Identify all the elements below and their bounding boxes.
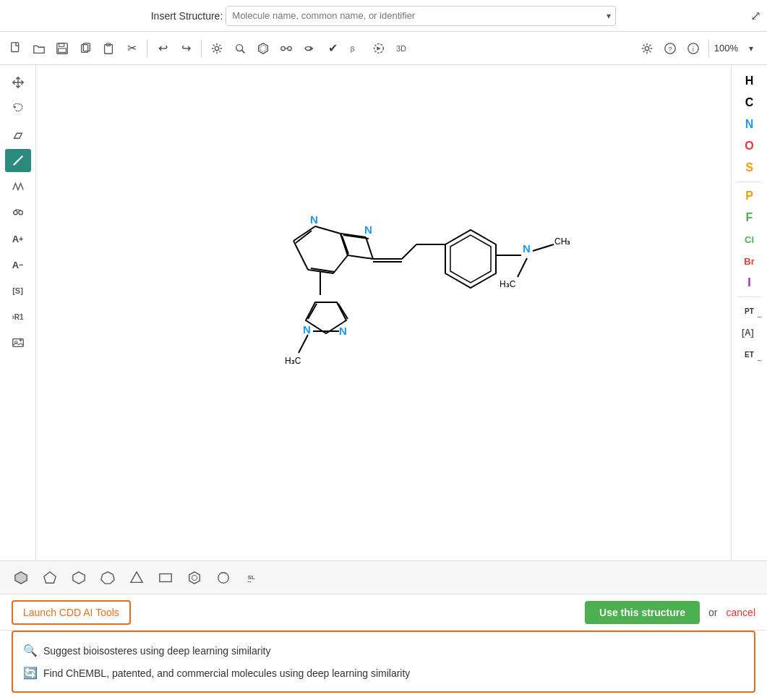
custom-templates-btn[interactable]: SL▪▪▪ xyxy=(240,566,269,589)
undo-btn[interactable]: ↩ xyxy=(153,38,173,59)
check-btn[interactable]: ✔ xyxy=(322,38,343,59)
paste-btn[interactable] xyxy=(98,38,119,59)
shape-rectangle-btn[interactable] xyxy=(153,566,178,589)
svg-line-36 xyxy=(315,226,340,234)
settings-chem-btn[interactable] xyxy=(207,38,227,59)
new-btn[interactable] xyxy=(6,38,26,59)
text-increase-btn[interactable]: A+ xyxy=(5,227,31,250)
ai-chembl-item[interactable]: 🔄 Find ChEMBL, patented, and commercial … xyxy=(23,662,744,684)
svg-text:H₃C: H₃C xyxy=(285,356,301,366)
insert-dropdown-btn[interactable]: ▾ xyxy=(602,11,615,21)
use-structure-btn[interactable]: Use this structure xyxy=(585,601,700,624)
redo-btn[interactable]: ↪ xyxy=(176,38,196,59)
atom-map-btn[interactable] xyxy=(276,38,296,59)
zoom-level: 100% xyxy=(714,43,738,54)
element-H-btn[interactable]: H xyxy=(734,71,765,91)
svg-line-30 xyxy=(16,210,21,211)
chembl-icon: 🔄 xyxy=(23,666,38,680)
element-C-btn[interactable]: C xyxy=(734,93,765,113)
shape-cyclohexane-filled-btn[interactable] xyxy=(9,566,33,589)
element-S-btn[interactable]: S xyxy=(734,158,765,178)
svg-line-70 xyxy=(299,335,308,353)
svg-line-47 xyxy=(348,255,373,259)
animate-btn[interactable] xyxy=(369,38,389,59)
svg-text:[A]: [A] xyxy=(742,328,754,338)
shape-circle-btn[interactable] xyxy=(211,566,236,589)
svg-text:N: N xyxy=(364,223,372,236)
svg-text:3D: 3D xyxy=(396,44,406,53)
ai-tools-panel: 🔍 Suggest bioisosteres using deep learni… xyxy=(12,631,755,693)
sep2 xyxy=(201,40,202,57)
info-btn[interactable]: i xyxy=(683,38,703,59)
svg-text:▪▪▪: ▪▪▪ xyxy=(248,579,252,583)
ai-bioisostere-item[interactable]: 🔍 Suggest bioisosteres using deep learni… xyxy=(23,639,744,662)
stereo-btn[interactable]: β xyxy=(346,38,366,59)
svg-line-65 xyxy=(308,304,317,319)
svg-point-13 xyxy=(281,46,285,50)
drawing-canvas[interactable]: N N xyxy=(36,65,731,560)
reaction-btn[interactable] xyxy=(5,201,31,224)
svg-marker-79 xyxy=(189,571,200,583)
element-Br-btn[interactable]: Br xyxy=(734,251,765,271)
svg-line-46 xyxy=(366,237,373,259)
shape-cycloheptane-btn[interactable] xyxy=(95,566,120,589)
svg-point-80 xyxy=(192,575,197,580)
save-btn[interactable] xyxy=(52,38,72,59)
svg-line-35 xyxy=(293,226,315,241)
chain-tool-btn[interactable] xyxy=(5,175,31,198)
shape-cyclopropane-btn[interactable] xyxy=(124,566,149,589)
svg-line-42 xyxy=(342,236,348,254)
element-N-btn[interactable]: N xyxy=(734,114,765,135)
any-atom-btn[interactable]: [A] xyxy=(734,323,765,343)
ai-chembl-label: Find ChEMBL, patented, and commercial mo… xyxy=(43,667,410,679)
shape-cyclohexane-btn[interactable] xyxy=(67,566,91,589)
element-F-btn[interactable]: F xyxy=(734,208,765,228)
or-text: or xyxy=(708,607,717,618)
pan-tool-btn[interactable] xyxy=(5,71,31,94)
gear-settings-btn[interactable] xyxy=(637,38,657,59)
molecule-search-input[interactable] xyxy=(226,7,602,25)
svg-line-48 xyxy=(340,234,348,255)
svg-marker-56 xyxy=(450,235,491,283)
3d-btn[interactable]: 3D xyxy=(392,38,415,59)
bond-tool-btn[interactable] xyxy=(5,149,31,172)
expand-btn[interactable]: ⤢ xyxy=(750,8,761,24)
svg-text:β: β xyxy=(351,44,355,52)
lasso-select-btn[interactable] xyxy=(5,97,31,120)
shape-cyclopentane-btn[interactable] xyxy=(38,566,62,589)
zoom-dropdown-btn[interactable]: ▾ xyxy=(741,38,761,59)
element-O-btn[interactable]: O xyxy=(734,136,765,156)
open-btn[interactable] xyxy=(29,38,49,59)
eraser-btn[interactable] xyxy=(5,123,31,146)
image-insert-btn[interactable] xyxy=(5,331,31,354)
element-Cl-btn[interactable]: Cl xyxy=(734,229,765,249)
clean-btn[interactable] xyxy=(230,38,250,59)
svg-marker-12 xyxy=(260,45,266,51)
top-bar: Insert Structure: ▾ ⤢ xyxy=(0,0,767,32)
launch-ai-btn[interactable]: Launch CDD AI Tools xyxy=(12,600,131,625)
element-I-btn[interactable]: I xyxy=(734,273,765,293)
rgroup-btn[interactable]: ›R1 xyxy=(5,305,31,328)
sgroup-btn[interactable]: [S] xyxy=(5,279,31,302)
arrow-btn[interactable] xyxy=(299,38,320,59)
svg-rect-78 xyxy=(160,573,171,581)
ai-bioisostere-label: Suggest bioisosteres using deep learning… xyxy=(43,645,270,657)
arom-btn[interactable] xyxy=(253,38,273,59)
svg-line-40 xyxy=(293,241,308,270)
insert-label: Insert Structure: xyxy=(151,10,223,22)
toolbar: ✂ ↩ ↪ ✔ β 3D xyxy=(0,32,767,65)
text-decrease-btn[interactable]: A− xyxy=(5,253,31,276)
svg-line-10 xyxy=(242,50,245,53)
svg-text:N: N xyxy=(303,323,311,336)
copy-template-btn[interactable] xyxy=(75,38,95,59)
svg-point-81 xyxy=(218,572,229,583)
shape-benzene-btn[interactable] xyxy=(182,566,207,589)
svg-point-18 xyxy=(645,46,648,50)
help-btn[interactable]: ? xyxy=(660,38,680,59)
periodic-table-btn[interactable]: PT··· xyxy=(734,301,765,321)
cancel-btn[interactable]: cancel xyxy=(727,607,755,618)
extended-table-btn[interactable]: ET··· xyxy=(734,344,765,364)
svg-text:i: i xyxy=(692,44,693,52)
element-P-btn[interactable]: P xyxy=(734,186,765,206)
cut-btn[interactable]: ✂ xyxy=(121,38,142,59)
